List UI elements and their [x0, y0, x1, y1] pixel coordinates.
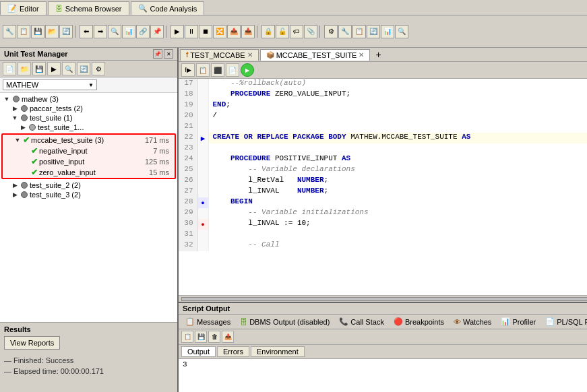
left-panel: Unit Test Manager 📌 ✕ 📄 📁 💾 ▶ 🔍 🔄 ⚙ MATH…	[0, 48, 179, 392]
left-tb-save[interactable]: 💾	[32, 62, 46, 75]
add-tab-btn[interactable]: +	[371, 48, 385, 61]
expand-icon-neg	[22, 147, 30, 155]
toolbar-btn-27[interactable]: 🔍	[395, 25, 408, 38]
left-tb-new[interactable]: 📄	[3, 62, 16, 75]
output-subtab-environment[interactable]: Environment	[251, 346, 305, 357]
output-tab-bar: 📋 Messages 🗄 DBMS Output (disabled) 📞 Ca…	[179, 315, 587, 329]
panel-pin-btn[interactable]: 📌	[153, 49, 162, 59]
tree-item-mathew[interactable]: ▼ mathew (3)	[0, 94, 177, 104]
toolbar-btn-19[interactable]: 🔓	[276, 25, 289, 38]
toolbar-btn-15[interactable]: 🔀	[213, 25, 226, 38]
tree-item-negative[interactable]: ✔ negative_input 7 ms	[3, 145, 175, 156]
left-tb-settings[interactable]: ⚙	[92, 62, 105, 75]
tree-item-ts3[interactable]: ▶ test_suite_3 (2)	[0, 190, 177, 199]
toolbar-btn-12[interactable]: ▶	[171, 25, 184, 38]
expand-icon-ts2[interactable]: ▶	[11, 181, 19, 189]
toolbar-btn-25[interactable]: 🔄	[367, 25, 380, 38]
tree-item-mccabe[interactable]: ▼ ✔ mccabe_test_suite (3) 171 ms	[3, 135, 175, 145]
close-icon-mccabe[interactable]: ✕	[359, 51, 364, 59]
toolbar-btn-4[interactable]: 📂	[45, 25, 59, 38]
expand-icon-mccabe[interactable]: ▼	[13, 136, 22, 144]
expand-icon-testsuite[interactable]: ▼	[11, 114, 19, 122]
output-subtab-errors[interactable]: Errors	[217, 346, 249, 357]
output-tab-profiler[interactable]: 📊 Profiler	[497, 316, 540, 327]
expand-icon-paccar[interactable]: ▶	[11, 104, 19, 112]
expand-icon-ts1[interactable]: ▶	[19, 123, 27, 131]
out-tb-btn-4[interactable]: 📤	[222, 331, 234, 343]
toolbar-btn-1[interactable]: 🔧	[3, 25, 16, 38]
toolbar-btn-8[interactable]: 🔍	[108, 25, 121, 38]
code-line-28: 28 ● BEGIN	[179, 197, 587, 208]
output-tab-dbms[interactable]: 🗄 DBMS Output (disabled)	[236, 317, 334, 327]
toolbar-btn-13[interactable]: ⏸	[185, 25, 198, 38]
separator-3	[257, 26, 259, 38]
tree-item-testsuite[interactable]: ▼ test_suite (1)	[0, 113, 177, 123]
toolbar-btn-23[interactable]: 🔧	[338, 25, 352, 38]
ed-tb-btn-2[interactable]: 📋	[196, 63, 210, 77]
toolbar-btn-20[interactable]: 🏷	[290, 25, 303, 38]
view-reports-button[interactable]: View Reports	[4, 336, 60, 350]
right-panel: f TEST_MCCABE ✕ 📦 MCCABE_TEST_SUITE ✕ + …	[179, 48, 587, 392]
toolbar-btn-24[interactable]: 📋	[352, 25, 366, 38]
toolbar-btn-17[interactable]: 📥	[241, 25, 255, 38]
tab-editor[interactable]: 📝 Editor	[0, 1, 47, 15]
out-tb-btn-3[interactable]: 🗑	[208, 331, 220, 343]
output-line-number: 3	[183, 360, 187, 368]
out-tb-btn-1[interactable]: 📋	[181, 331, 193, 343]
hscrollbar-thumb[interactable]	[181, 297, 587, 301]
toolbar-btn-7[interactable]: ➡	[94, 25, 107, 38]
code-hscrollbar[interactable]	[179, 295, 587, 302]
toolbar-btn-14[interactable]: ⏹	[199, 25, 212, 38]
left-tb-debug[interactable]: 🔍	[62, 62, 75, 75]
out-tb-btn-2[interactable]: 💾	[195, 331, 207, 343]
tab-mccabe-test-suite[interactable]: 📦 MCCABE_TEST_SUITE ✕	[260, 49, 371, 61]
tree-item-ts2[interactable]: ▶ test_suite_2 (2)	[0, 181, 177, 190]
toolbar-btn-11[interactable]: 📌	[150, 25, 164, 38]
code-editor[interactable]: 17 --%rollback(auto) 18 PROCEDURE ZERO_V…	[179, 79, 587, 295]
ed-tb-btn-3[interactable]: ⬛	[211, 63, 224, 77]
toolbar-btn-21[interactable]: 📎	[304, 25, 317, 38]
toolbar-btn-26[interactable]: 📊	[381, 25, 394, 38]
tab-schema-browser[interactable]: 🗄 Schema Browser	[48, 1, 129, 15]
connection-dropdown[interactable]: MATHEW ▼	[3, 79, 97, 90]
tree-label-testsuite: test_suite (1)	[30, 114, 73, 122]
tab-label-mccabe: MCCABE_TEST_SUITE	[276, 51, 357, 59]
tab-test-mccabe[interactable]: f TEST_MCCABE ✕	[180, 49, 259, 61]
output-tab-messages[interactable]: 📋 Messages	[181, 316, 235, 327]
toolbar-btn-9[interactable]: 📊	[122, 25, 135, 38]
toolbar-btn-18[interactable]: 🔒	[261, 25, 275, 38]
toolbar-btn-2[interactable]: 📋	[17, 25, 30, 38]
tree-item-zeroval[interactable]: ✔ zero_value_input 15 ms	[3, 167, 175, 178]
output-subtab-output[interactable]: Output	[181, 346, 216, 357]
tree-item-positive[interactable]: ✔ positive_input 125 ms	[3, 156, 175, 167]
ed-tb-btn-4[interactable]: 📄	[226, 63, 239, 77]
panel-close-btn[interactable]: ✕	[164, 49, 173, 59]
tree-item-testsuite1[interactable]: ▶ test_suite_1...	[0, 123, 177, 132]
toolbar-btn-22[interactable]: ⚙	[324, 25, 338, 38]
code-line-25: 25 -- Variable declarations	[179, 165, 587, 176]
tree-item-paccar[interactable]: ▶ paccar_tests (2)	[0, 104, 177, 113]
left-tb-refresh[interactable]: 🔄	[77, 62, 90, 75]
tree-area[interactable]: ▼ mathew (3) ▶ paccar_tests (2) ▼ test_s…	[0, 93, 177, 322]
left-tb-run[interactable]: ▶	[47, 62, 61, 75]
run-button[interactable]: ▶	[241, 63, 254, 77]
main-layout: Unit Test Manager 📌 ✕ 📄 📁 💾 ▶ 🔍 🔄 ⚙ MATH…	[0, 48, 587, 392]
toolbar-btn-6[interactable]: ⬅	[80, 25, 93, 38]
output-content[interactable]: 3	[179, 359, 587, 392]
toolbar-btn-16[interactable]: 📤	[227, 25, 241, 38]
output-tab-callstack[interactable]: 📞 Call Stack	[335, 316, 388, 327]
output-tab-watches[interactable]: 👁 Watches	[450, 317, 495, 327]
output-tab-breakpoints[interactable]: 🔴 Breakpoints	[390, 316, 448, 327]
editor-tab-icon: 📝	[7, 4, 17, 13]
tab-code-analysis[interactable]: 🔍 Code Analysis	[131, 1, 205, 15]
toolbar-btn-10[interactable]: 🔗	[136, 25, 150, 38]
output-tab-plsql[interactable]: 📄 PL/SQL Res...	[541, 316, 587, 327]
expand-icon-mathew[interactable]: ▼	[3, 95, 11, 103]
close-icon-testmccabe[interactable]: ✕	[247, 51, 253, 59]
callstack-icon: 📞	[339, 317, 348, 326]
toolbar-btn-3[interactable]: 💾	[31, 25, 44, 38]
ed-tb-btn-1[interactable]: f▶	[181, 63, 195, 77]
expand-icon-ts3[interactable]: ▶	[11, 191, 19, 199]
left-tb-open[interactable]: 📁	[18, 62, 31, 75]
toolbar-btn-5[interactable]: 🔄	[59, 25, 73, 38]
